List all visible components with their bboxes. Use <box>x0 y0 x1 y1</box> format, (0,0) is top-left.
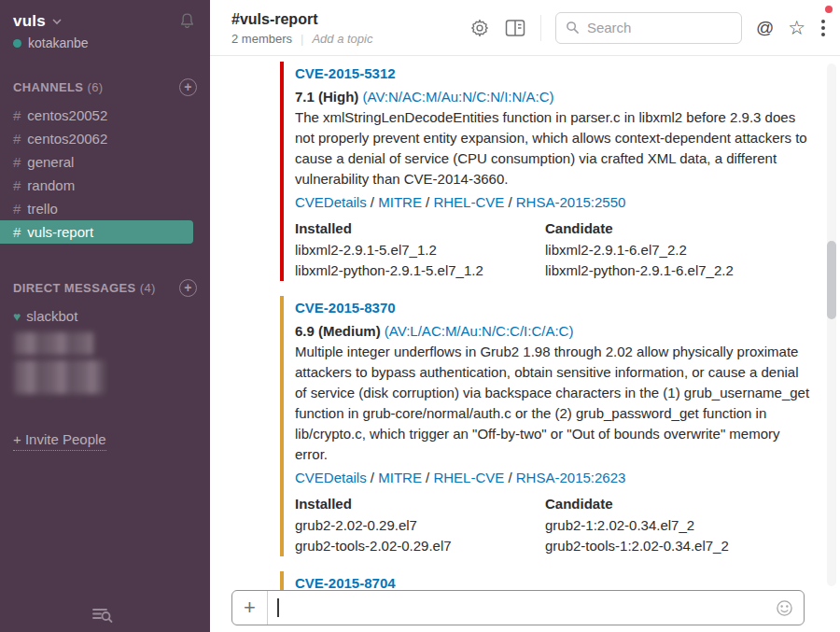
add-topic-button[interactable]: Add a topic <box>312 32 372 46</box>
candidate-column-header: Candidate <box>545 491 810 515</box>
dm-name: slackbot <box>26 308 77 324</box>
header-divider <box>540 15 541 41</box>
candidate-column-header: Candidate <box>545 216 810 240</box>
reference-link[interactable]: CVEDetails <box>295 470 367 485</box>
installed-package: libxml2-python-2.9.1-5.el7_1.2 <box>295 260 545 281</box>
text-caret <box>277 598 279 617</box>
hash-icon: # <box>13 131 21 147</box>
cve-message: CVE-2015-5312 7.1 (High) (AV:N/AC:M/Au:N… <box>280 62 810 281</box>
candidate-package: libxml2-python-2.9.1-6.el7_2.2 <box>545 260 810 281</box>
more-options-icon[interactable] <box>819 18 827 38</box>
reference-link[interactable]: CVEDetails <box>295 194 367 210</box>
cve-title-link[interactable]: CVE-2015-8370 <box>295 296 810 321</box>
cve-reference-links: CVEDetails / MITRE / RHEL-CVE / RHSA-201… <box>295 465 810 491</box>
cve-title-link[interactable]: CVE-2015-8704 <box>295 571 810 590</box>
reference-link[interactable]: RHEL-CVE <box>433 194 504 210</box>
sidebar-channel-item[interactable]: #centos20052 <box>0 104 210 127</box>
dm-section: DIRECT MESSAGES (4) + ♥slackbot <box>0 279 210 394</box>
presence-dot-icon <box>13 39 21 48</box>
sidebar-channel-item[interactable]: #centos20062 <box>0 127 210 150</box>
quick-search-icon[interactable] <box>91 605 114 627</box>
channels-count: (6) <box>87 80 103 94</box>
candidate-package: grub2-1:2.02-0.34.el7_2 <box>545 515 810 536</box>
cvss-vector-link[interactable]: (AV:L/AC:M/Au:N/C:C/I:C/A:C) <box>385 323 574 339</box>
cve-reference-links: CVEDetails / MITRE / RHEL-CVE / RHSA-201… <box>295 190 810 216</box>
reference-link[interactable]: RHSA-2015:2623 <box>516 470 626 485</box>
hash-icon: # <box>13 201 21 217</box>
sidebar-channel-item[interactable]: #general <box>0 150 210 174</box>
installed-package: grub2-tools-2.02-0.29.el7 <box>295 536 545 556</box>
channels-label: CHANNELS <box>13 80 83 94</box>
package-table: InstalledCandidategrub2-2.02-0.29.el7gru… <box>295 491 810 556</box>
redacted-name <box>15 360 105 394</box>
attach-file-button[interactable]: + <box>232 591 268 625</box>
channel-name: vuls-report <box>27 224 93 240</box>
channel-details-icon[interactable] <box>504 18 526 38</box>
title-block: #vuls-report 2 members | Add a topic <box>231 9 372 46</box>
heart-icon: ♥ <box>13 309 21 324</box>
candidate-package: grub2-tools-1:2.02-0.34.el7_2 <box>545 536 810 556</box>
sidebar-channel-item[interactable]: #trello <box>0 197 210 220</box>
message-input[interactable] <box>268 591 776 625</box>
star-icon[interactable]: ☆ <box>788 18 805 37</box>
installed-column-header: Installed <box>295 491 545 515</box>
subtitle-divider: | <box>301 32 303 46</box>
scrollbar-track[interactable] <box>827 63 836 586</box>
scrollbar-thumb[interactable] <box>827 241 836 319</box>
reference-link[interactable]: MITRE <box>378 194 422 210</box>
candidate-package: libxml2-2.9.1-6.el7_2.2 <box>545 240 810 260</box>
search-input[interactable] <box>587 20 718 35</box>
cve-title-link[interactable]: CVE-2015-5312 <box>295 62 810 87</box>
hash-icon: # <box>13 154 21 170</box>
channels-header[interactable]: CHANNELS (6) + <box>0 78 210 96</box>
sidebar-channel-item[interactable]: #vuls-report <box>0 220 193 244</box>
sidebar-dm-item-redacted[interactable] <box>0 360 210 394</box>
package-table: InstalledCandidatelibxml2-2.9.1-5.el7_1.… <box>295 216 810 281</box>
cve-message: CVE-2015-8704 <box>280 571 810 590</box>
channels-section: CHANNELS (6) + #centos20052 #centos20062… <box>0 78 210 244</box>
invite-people-button[interactable]: + Invite People <box>13 431 106 447</box>
sidebar-dm-item-redacted[interactable] <box>0 332 210 355</box>
user-name: kotakanbe <box>28 35 89 50</box>
installed-package: libxml2-2.9.1-5.el7_1.2 <box>295 240 545 260</box>
reference-link[interactable]: MITRE <box>378 470 422 485</box>
add-dm-icon[interactable]: + <box>179 279 197 297</box>
dm-count: (4) <box>140 281 156 295</box>
gear-icon[interactable] <box>469 18 490 38</box>
sidebar-channel-item[interactable]: #random <box>0 174 210 197</box>
bell-icon[interactable] <box>177 11 197 31</box>
cve-severity: 6.9 (Medium) (AV:L/AC:M/Au:N/C:C/I:C/A:C… <box>295 321 810 342</box>
cve-description: The xmlStringLenDecodeEntities function … <box>295 107 810 190</box>
cve-message: CVE-2015-8370 6.9 (Medium) (AV:L/AC:M/Au… <box>280 296 810 556</box>
installed-column-header: Installed <box>295 216 545 240</box>
sidebar-dm-item[interactable]: ♥slackbot <box>0 304 210 329</box>
hash-icon: # <box>13 107 21 123</box>
channel-name: trello <box>27 201 58 217</box>
message-input-box[interactable]: + <box>231 590 805 625</box>
reference-link[interactable]: RHSA-2015:2550 <box>516 194 626 210</box>
user-presence[interactable]: kotakanbe <box>0 31 210 50</box>
cvss-vector-link[interactable]: (AV:N/AC:M/Au:N/C:N/I:N/A:C) <box>363 89 554 105</box>
channel-list: #centos20052 #centos20062 #general #rand… <box>0 104 210 244</box>
search-icon <box>566 21 580 35</box>
redacted-name <box>15 332 93 355</box>
member-count[interactable]: 2 members <box>231 32 292 46</box>
mentions-icon[interactable]: @ <box>756 18 774 38</box>
dm-label: DIRECT MESSAGES <box>13 281 136 295</box>
channel-name: general <box>27 154 74 170</box>
notification-dot <box>825 6 833 13</box>
cve-severity: 7.1 (High) (AV:N/AC:M/Au:N/C:N/I:N/A:C) <box>295 87 810 107</box>
smiley-icon[interactable] <box>776 591 804 625</box>
channel-name: random <box>27 177 75 193</box>
composer-area: + <box>210 590 840 632</box>
team-menu[interactable]: vuls <box>0 0 210 31</box>
dm-header[interactable]: DIRECT MESSAGES (4) + <box>0 279 210 297</box>
team-name[interactable]: vuls <box>13 12 46 31</box>
hash-icon: # <box>13 224 21 240</box>
page-title: #vuls-report <box>231 9 372 28</box>
add-channel-icon[interactable]: + <box>179 78 197 96</box>
reference-link[interactable]: RHEL-CVE <box>433 470 504 485</box>
chevron-down-icon <box>51 16 63 27</box>
sidebar: vuls kotakanbe CHANNELS (6) + #centos200… <box>0 0 210 632</box>
search-box[interactable] <box>555 12 742 44</box>
